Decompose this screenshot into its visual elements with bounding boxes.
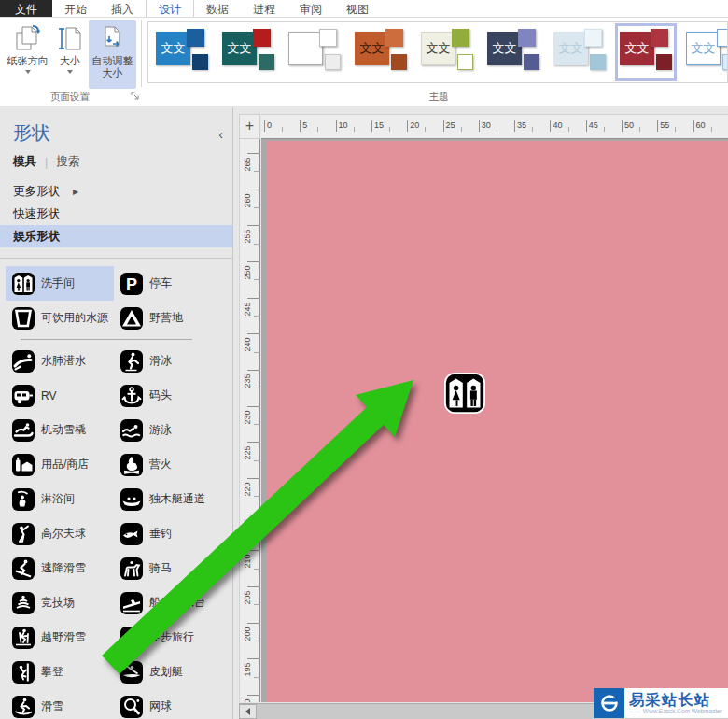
theme-swatch-light-blue[interactable]: 文文 (553, 28, 606, 77)
theme-swatch-teal-red[interactable]: 文文 (222, 28, 274, 77)
drinking-water-icon (12, 307, 35, 330)
boat-launch-icon (120, 592, 143, 614)
tab-file[interactable]: 文件 (0, 0, 52, 17)
paper-orientation-button[interactable]: 纸张方向 (4, 20, 51, 89)
tab-data[interactable]: 数据 (194, 0, 241, 17)
stencil-item-campfire[interactable]: 营火 (114, 447, 224, 482)
ruler-tick (657, 120, 658, 132)
canoe-icon (120, 488, 143, 511)
tab-design[interactable]: 设计 (146, 0, 194, 17)
stencil-item-horseback[interactable]: 骑马 (114, 551, 224, 585)
ribbon-content: 纸张方向 大小 自动调整大小 (0, 18, 728, 89)
tab-stencils[interactable]: 模具 (13, 154, 36, 170)
paper-orientation-label: 纸张方向 (7, 55, 49, 67)
stencil-item-skiing[interactable]: 滑雪 (6, 689, 114, 719)
stencil-item-label: 滑冰 (149, 353, 172, 369)
store-icon (12, 454, 35, 476)
ruler-minor-tick (568, 127, 569, 132)
dialog-launcher-icon[interactable] (131, 92, 140, 101)
stencil-item-fishing[interactable]: 垂钓 (114, 516, 224, 551)
stencil-item-cross-country-skiing[interactable]: 越野滑雪 (6, 620, 114, 655)
stencil-item-golf[interactable]: 高尔夫球 (6, 516, 114, 551)
theme-swatch-outline-blue[interactable]: 文文 (686, 28, 728, 77)
ruler-minor-tick (317, 127, 318, 132)
ruler-minor-tick (675, 127, 676, 132)
ruler-minor-tick (354, 127, 355, 132)
stencil-item-rv[interactable]: RV (6, 378, 114, 413)
nav-more-shapes[interactable]: 更多形状▶ (0, 180, 232, 203)
dropdown-caret-icon (25, 70, 31, 74)
collapse-panel-icon[interactable]: ‹ (218, 128, 223, 141)
size-button[interactable]: 大小 (53, 20, 87, 89)
stencil-item-label: 游泳 (149, 422, 172, 438)
tab-process[interactable]: 进程 (241, 0, 287, 17)
stencil-item-snowmobile[interactable]: 机动雪橇 (6, 413, 114, 447)
stencil-item-swimming[interactable]: 游泳 (114, 413, 224, 447)
canvas-viewport[interactable] (261, 139, 728, 702)
restroom-shape[interactable] (444, 373, 485, 414)
ruler-label: 40 (553, 120, 562, 130)
dock-icon (120, 385, 143, 407)
stencil-item-ice-skating[interactable]: 滑冰 (114, 344, 224, 378)
paper-orientation-icon (13, 21, 43, 55)
ruler-minor-tick (254, 316, 259, 317)
stencil-item-tennis[interactable]: 网球 (114, 689, 224, 719)
stencil-item-shower[interactable]: 淋浴间 (6, 482, 114, 516)
stencil-item-dock[interactable]: 码头 (114, 378, 224, 413)
vertical-ruler: 2652602552502452402352302252202152102052… (239, 139, 260, 702)
stencil-item-campground[interactable]: 野营地 (114, 301, 224, 335)
ruler-label: 260 (243, 190, 252, 211)
theme-swatch-dark-red-selected[interactable]: 文文 (620, 28, 672, 77)
autosize-button[interactable]: 自动调整大小 (89, 20, 136, 89)
theme-swatch-blue[interactable]: 文文 (156, 28, 208, 77)
theme-swatch-white-green[interactable]: 文文 (421, 28, 473, 77)
ruler-tick (550, 120, 551, 132)
stencil-item-downhill-skiing[interactable]: 速降滑雪 (6, 551, 114, 585)
stencil-item-boat-launch[interactable]: 船只下水台 (114, 585, 224, 620)
ruler-minor-tick (639, 127, 640, 132)
themes-gallery: 文文 文文 文文 文文 文文 文文 文文 文文 (147, 21, 728, 83)
stencil-item-hiking[interactable]: 徒步旅行 (114, 620, 224, 655)
tab-review[interactable]: 审阅 (287, 0, 334, 17)
stencil-nav: 更多形状▶ 快速形状 娱乐形状 (0, 180, 232, 247)
theme-swatch-navy-purple[interactable]: 文文 (487, 28, 539, 77)
ruler-label: 230 (243, 407, 252, 428)
tennis-icon (120, 696, 143, 718)
stencil-item-store[interactable]: 用品/商店 (6, 447, 114, 482)
ruler-tick (371, 120, 372, 132)
ruler-minor-tick (604, 127, 605, 132)
stencil-item-climbing[interactable]: 攀登 (6, 655, 114, 689)
theme-swatch-plain-white[interactable] (288, 28, 341, 77)
themes-group-label: 主题 (149, 91, 728, 104)
ruler-label: 205 (243, 587, 252, 608)
ruler-tick (514, 120, 515, 132)
stencil-item-arena[interactable]: 竞技场 (6, 585, 114, 620)
drawing-page[interactable] (266, 141, 728, 702)
scroll-left-button[interactable] (239, 704, 257, 719)
stencil-item-label: RV (41, 389, 56, 402)
nav-entertainment-shapes[interactable]: 娱乐形状 (0, 225, 232, 247)
stencil-item-restroom[interactable]: 洗手间 (6, 266, 114, 301)
stencil-item-scuba[interactable]: 水肺潜水 (6, 344, 114, 378)
watermark: 易采站长站 —— Www.Easck.Com Webmaster (594, 688, 728, 718)
stencil-item-canoe[interactable]: 独木艇通道 (114, 482, 224, 516)
tab-view[interactable]: 视图 (334, 0, 381, 17)
nav-quick-shapes[interactable]: 快速形状 (0, 203, 232, 225)
stencil-item-parking[interactable]: P停车 (114, 266, 224, 301)
ruler-minor-tick (254, 244, 259, 245)
stencil-item-label: 野营地 (149, 310, 183, 326)
cross-country-skiing-icon (12, 627, 35, 649)
theme-swatch-orange[interactable]: 文文 (355, 28, 407, 77)
ruler-tick (407, 120, 408, 132)
tab-home[interactable]: 开始 (52, 0, 99, 17)
ruler-label: 200 (243, 624, 252, 644)
tab-search[interactable]: 搜索 (56, 154, 79, 170)
ruler-tick (443, 120, 444, 132)
kayaking-icon (120, 661, 143, 684)
ruler-label: 245 (243, 299, 252, 319)
ruler-minor-tick (254, 532, 259, 533)
tab-insert[interactable]: 插入 (99, 0, 146, 17)
ruler-minor-tick (254, 171, 259, 172)
stencil-item-kayaking[interactable]: 皮划艇 (114, 655, 224, 689)
stencil-item-drinking-water[interactable]: 可饮用的水源 (6, 301, 114, 335)
